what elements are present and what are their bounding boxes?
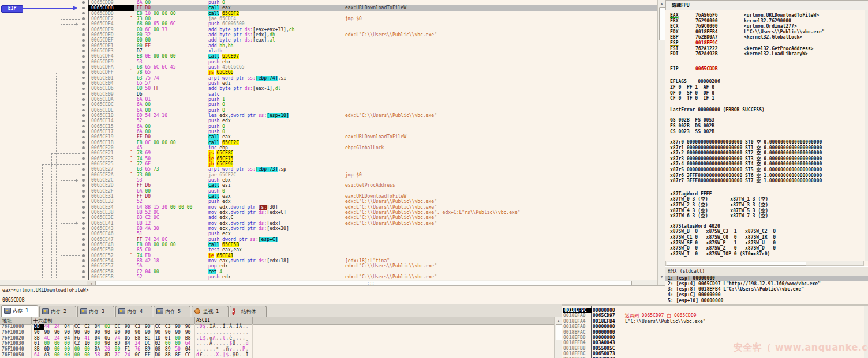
disasm-row[interactable]: 0065CE2Aˇ73 00jae 65CE2Cjmp $0 xyxy=(0,172,657,178)
register-line[interactable]: x87r5 00000000000000000000 ST5 空 0.00000… xyxy=(670,167,864,173)
disasm-row[interactable]: 0065CDF4E8 0E 00 00 00call 65CE07 xyxy=(0,54,657,59)
dump-byte[interactable]: 90 xyxy=(74,330,85,336)
dump-byte[interactable]: B8 xyxy=(185,336,196,341)
dump-byte[interactable]: FF xyxy=(145,352,155,358)
disasm-row[interactable]: 0065CE5085 C0test eax,eax xyxy=(0,247,657,253)
breakpoint-dot[interactable] xyxy=(82,71,85,74)
dump-byte[interactable]: 06 xyxy=(104,336,115,341)
register-line[interactable]: x87SW_I 0 x87SW_TOP 0 (ST0=x87r0) xyxy=(670,251,864,257)
scrollbar-thumb[interactable] xyxy=(667,262,806,266)
breakpoint-dot[interactable] xyxy=(82,222,85,225)
dump-byte[interactable]: 0C xyxy=(135,352,145,358)
dump-row[interactable]: 76F100008B442404CCC20400CC90C390CCC39090… xyxy=(0,324,554,330)
dump-byte[interactable]: 24 xyxy=(125,352,135,358)
stack-row[interactable]: 0018EFA00065CD97返回到 0065CD97 自 0065CDD9 xyxy=(562,313,868,318)
dump-byte[interactable]: 90 xyxy=(135,330,145,336)
disasm-row[interactable]: 0065CDE900 6C 00 33add byte ptr ds:[eax+… xyxy=(0,27,657,32)
dump-byte[interactable]: 50 xyxy=(175,346,185,352)
register-line[interactable]: EAX76A566F6<urlmon.URLDownloadToFileW> xyxy=(670,13,864,18)
register-line[interactable]: ESP0018EF9C xyxy=(670,40,864,46)
dump-byte[interactable]: C2 xyxy=(74,341,85,346)
register-line[interactable]: x87r7 3FFF8000000000000000 ST7 空 1.00000… xyxy=(670,178,864,184)
dump-byte[interactable]: 00 xyxy=(175,336,185,341)
tab-结构体[interactable]: 结构体 xyxy=(230,306,267,317)
dump-byte[interactable]: 08 xyxy=(155,346,165,352)
disassembly-vertical-scrollbar[interactable]: ▲ ▼ xyxy=(657,0,665,285)
breakpoint-dot[interactable] xyxy=(82,33,85,36)
dump-byte[interactable]: 01 xyxy=(34,341,44,346)
dump-byte[interactable]: 81 xyxy=(145,336,155,341)
register-line[interactable]: x87SW_O 0 x87SW_Z 0 x87SW_D 0 xyxy=(670,246,864,251)
dump-byte[interactable]: CC xyxy=(74,324,85,330)
stack-row[interactable]: 0018EFB000000000 xyxy=(562,335,868,340)
breakpoint-dot[interactable] xyxy=(82,88,85,91)
dump-byte[interactable]: 8D xyxy=(115,341,125,346)
dump-byte[interactable]: 90 xyxy=(175,330,185,336)
dump-byte[interactable]: 00 xyxy=(175,341,185,346)
dump-row[interactable]: 76F1003001000000C21000908D8424DC02000064… xyxy=(0,341,554,346)
dump-byte[interactable]: 90 xyxy=(175,324,185,330)
dump-byte[interactable]: 00 xyxy=(74,346,85,352)
tab-内存-5[interactable]: 内存 5 xyxy=(154,306,190,317)
disasm-row[interactable]: 0065CDDBFF D0call eaxeax:URLDownloadToFi… xyxy=(0,5,657,10)
breakpoint-dot[interactable] xyxy=(82,206,85,209)
dump-byte[interactable]: A3 xyxy=(44,352,54,358)
dump-byte[interactable]: 90 xyxy=(185,324,196,330)
breakpoint-dot[interactable] xyxy=(82,120,85,123)
dump-row[interactable]: 76F100208B4C2404F64104067405E8811D0100B8… xyxy=(0,336,554,341)
breakpoint-dot[interactable] xyxy=(82,249,85,252)
argument-row[interactable]: 3: [esp+8] 0018EFB4 L"C:\\Users\\Public\… xyxy=(665,287,868,292)
dump-row[interactable]: 76F100408B0D00000000BA2000F1768908895004… xyxy=(0,346,554,352)
register-line[interactable]: x87r0 00000000000000000000 ST0 空 0.00000… xyxy=(670,140,864,145)
dump-byte[interactable]: 00 xyxy=(165,341,175,346)
dump-byte[interactable]: 00 xyxy=(44,341,54,346)
breakpoint-dot[interactable] xyxy=(82,211,85,214)
register-line[interactable]: x87TagWord FFFF xyxy=(670,191,864,197)
dump-byte[interactable]: 64 xyxy=(185,341,196,346)
dump-byte[interactable]: C3 xyxy=(165,324,175,330)
dump-byte[interactable]: 20 xyxy=(104,346,115,352)
disasm-row[interactable]: 0065CE548B 42 18mov eax,dword ptr ds:[ed… xyxy=(0,258,657,263)
dump-byte[interactable]: F1 xyxy=(125,346,135,352)
disasm-row[interactable]: 0065CE09D6salc xyxy=(0,92,657,97)
breakpoint-dot[interactable] xyxy=(82,114,85,117)
disasm-row[interactable]: 0065CDF3D7xlatb xyxy=(0,48,657,54)
register-line[interactable]: EDI762A492B<kernel32.LoadLibraryW> xyxy=(670,51,864,57)
register-line[interactable]: ESI762A1222<kernel32.GetProcAddress> xyxy=(670,46,864,52)
disasm-row[interactable]: 0065CE1BE8 0C 00 00 00call 65CE2C xyxy=(0,140,657,145)
dump-byte[interactable]: 00 xyxy=(64,346,74,352)
dump-byte[interactable]: 24 xyxy=(54,324,65,330)
dump-byte[interactable]: 00 xyxy=(54,346,65,352)
disasm-row[interactable]: 0065CE3464 8B 15 30 00 00 00mov edx,dwor… xyxy=(0,205,657,210)
breakpoint-dot[interactable] xyxy=(82,1,85,4)
disasm-row[interactable]: 0065CDF100 FFadd bh,bh xyxy=(0,43,657,48)
dump-byte[interactable]: 01 xyxy=(165,336,175,341)
disasm-row[interactable]: 0065CE25ˇ72 6Fjb 65CE96 xyxy=(0,161,657,167)
breakpoint-dot[interactable] xyxy=(82,82,85,85)
breakpoint-dot[interactable] xyxy=(82,163,85,165)
dump-byte[interactable]: CC xyxy=(115,324,125,330)
dump-byte[interactable]: 8B xyxy=(165,352,175,358)
breakpoint-dot[interactable] xyxy=(82,157,85,160)
dump-byte[interactable]: 00 xyxy=(64,352,74,358)
breakpoint-dot[interactable] xyxy=(82,130,85,133)
breakpoint-dot[interactable] xyxy=(82,179,85,182)
dump-byte[interactable]: 90 xyxy=(44,330,54,336)
registers-horizontal-scrollbar[interactable] xyxy=(665,261,864,266)
dump-byte[interactable]: 02 xyxy=(155,341,165,346)
dump-byte[interactable]: 89 xyxy=(145,346,155,352)
dump-byte[interactable]: 41 xyxy=(84,336,95,341)
dump-byte[interactable]: 00 xyxy=(74,352,85,358)
dump-byte[interactable]: 8B xyxy=(34,346,44,352)
register-line[interactable]: LastError 00000000 (ERROR_SUCCESS) xyxy=(670,107,864,113)
register-line[interactable]: CS 0023 SS 002B xyxy=(670,129,864,135)
argument-row[interactable]: 2: [esp+4] 0065CD97 L"http://198.12.91.1… xyxy=(665,281,868,287)
dump-byte[interactable]: 00 xyxy=(64,341,74,346)
dump-byte[interactable]: 7C xyxy=(115,352,125,358)
arguments-list[interactable]: 1: [esp] 000000002: [esp+4] 0065CD97 L"h… xyxy=(665,276,868,304)
register-line[interactable]: x87r4 00000000000000000000 ST4 空 0.00000… xyxy=(670,161,864,167)
tab-内存-4[interactable]: 内存 4 xyxy=(115,306,152,317)
dump-byte[interactable]: 90 xyxy=(125,324,135,330)
breakpoint-dot[interactable] xyxy=(82,238,85,241)
dump-byte[interactable]: 00 xyxy=(95,341,105,346)
